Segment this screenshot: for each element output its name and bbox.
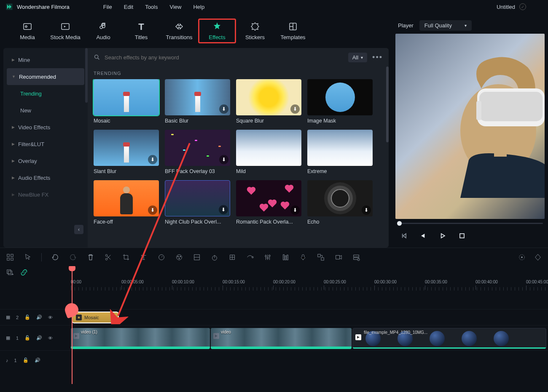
effect-thumbnail[interactable]: ⬇ <box>165 180 230 216</box>
sidebar-item-mine[interactable]: ▶Mine <box>7 51 84 68</box>
flag-icon[interactable] <box>534 253 542 261</box>
sidebar-item-video-effects[interactable]: ▶Video Effects <box>7 119 84 136</box>
filter-dropdown[interactable]: All▾ <box>348 53 367 62</box>
sidebar-item-filter-lut[interactable]: ▶Filter&LUT <box>7 136 84 152</box>
scrub-handle[interactable] <box>397 221 402 226</box>
zoom-settings-icon[interactable] <box>518 253 526 261</box>
grid2-icon[interactable] <box>193 253 201 261</box>
lock-icon[interactable]: 🔓 <box>23 357 29 363</box>
timeline-ruler[interactable]: 00:0000:00:05:0000:00:10:0000:00:15:0000… <box>71 280 548 292</box>
effect-card[interactable]: Mosaic <box>94 79 159 124</box>
effect-card[interactable]: ⬇BFF Pack Overlay 03 <box>165 130 230 174</box>
play-reverse-icon[interactable] <box>419 232 427 240</box>
tab-stock-media[interactable]: Stock Media <box>46 18 84 44</box>
download-icon[interactable]: ⬇ <box>219 104 228 114</box>
download-icon[interactable]: ⬇ <box>148 155 157 164</box>
effect-card[interactable]: ⬇Echo <box>307 180 373 225</box>
effect-card[interactable]: ⬇Square Blur <box>236 79 301 124</box>
sidebar-collapse-button[interactable]: ‹ <box>74 225 83 234</box>
menu-tools[interactable]: Tools <box>145 4 158 10</box>
effect-thumbnail[interactable] <box>94 79 159 115</box>
sidebar-sub-trending[interactable]: Trending <box>7 85 84 102</box>
effect-thumbnail[interactable]: ⬇ <box>94 180 159 216</box>
video-clip-1[interactable]: ▶ video (1) <box>71 328 210 349</box>
sidebar-item-recommended[interactable]: ▼Recommended <box>7 68 84 85</box>
tab-audio[interactable]: Audio <box>84 18 122 44</box>
sidebar-sub-new[interactable]: New <box>7 102 84 119</box>
effect-thumbnail[interactable] <box>307 79 373 115</box>
marker-icon[interactable] <box>317 253 325 261</box>
visibility-icon[interactable]: 👁 <box>48 336 53 341</box>
motion-icon[interactable] <box>246 253 254 261</box>
quality-dropdown[interactable]: Full Quality▾ <box>419 20 472 31</box>
effect-thumbnail[interactable]: ⬇ <box>94 130 159 166</box>
text-icon[interactable]: I <box>140 253 148 261</box>
playhead-handle[interactable] <box>69 266 75 271</box>
tab-templates[interactable]: Templates <box>274 18 312 44</box>
effect-thumbnail[interactable]: ⬇ <box>165 130 230 166</box>
cursor-tool-icon[interactable] <box>24 253 32 261</box>
effect-card[interactable]: ⬇Face-off <box>94 180 159 225</box>
effect-thumbnail[interactable]: ⬇ <box>236 180 301 216</box>
redo-icon[interactable] <box>69 253 77 261</box>
stop-icon[interactable] <box>458 232 466 240</box>
search-input[interactable] <box>105 54 343 61</box>
menu-view[interactable]: View <box>169 4 181 10</box>
download-icon[interactable]: ⬇ <box>290 205 300 215</box>
prev-frame-icon[interactable] <box>400 232 408 240</box>
menu-file[interactable]: File <box>103 4 112 10</box>
effect-thumbnail[interactable] <box>236 130 301 166</box>
render-icon[interactable] <box>334 253 343 261</box>
speed-ramp-icon[interactable] <box>210 253 219 261</box>
video-clip-3[interactable]: ▶ file_example_MP4_1280_10MG... <box>352 328 546 349</box>
grid-scrollbar[interactable] <box>386 67 389 142</box>
menu-edit[interactable]: Edit <box>124 4 133 10</box>
color-icon[interactable] <box>175 253 183 261</box>
video-clip-2[interactable]: ▶ video <box>211 328 352 349</box>
effect-card[interactable]: ⬇Romantic Pack Overla... <box>236 180 301 225</box>
download-icon[interactable]: ⬇ <box>290 104 300 114</box>
sidebar-item-newblue[interactable]: ▶NewBlue FX <box>7 186 84 203</box>
delete-icon[interactable] <box>86 253 95 261</box>
tab-stickers[interactable]: Stickers <box>236 18 274 44</box>
link-icon[interactable] <box>20 269 29 277</box>
lock-icon[interactable]: 🔓 <box>24 315 30 320</box>
crop-icon[interactable] <box>122 253 130 261</box>
sidebar-item-audio-effects[interactable]: ▶Audio Effects <box>7 169 84 186</box>
mute-icon[interactable]: 🔊 <box>36 335 42 341</box>
tab-effects[interactable]: Effects <box>198 19 236 43</box>
more-options-icon[interactable]: ••• <box>372 53 383 62</box>
download-icon[interactable]: ⬇ <box>219 205 228 214</box>
voiceover-icon[interactable] <box>299 253 307 261</box>
add-track-icon[interactable] <box>6 269 14 277</box>
download-icon[interactable]: ⬇ <box>219 155 228 164</box>
player-scrubber[interactable] <box>395 219 545 227</box>
effect-card[interactable]: ⬇Basic Blur <box>165 79 230 124</box>
mixer-icon[interactable] <box>281 253 290 261</box>
undo-icon[interactable] <box>51 253 59 261</box>
effect-thumbnail[interactable]: ⬇ <box>165 79 230 115</box>
download-icon[interactable]: ⬇ <box>148 205 157 215</box>
mute-icon[interactable]: 🔊 <box>36 315 42 320</box>
sidebar-item-overlay[interactable]: ▶Overlay <box>7 152 84 169</box>
effect-card[interactable]: ⬇Night Club Pack Overl... <box>165 180 230 225</box>
tab-titles[interactable]: TTitles <box>122 18 160 44</box>
lock-icon[interactable]: 🔓 <box>24 335 30 341</box>
download-icon[interactable]: ⬇ <box>362 205 371 215</box>
track-icon[interactable] <box>352 253 360 261</box>
effect-card[interactable]: Mild <box>236 130 301 174</box>
effect-card[interactable]: Image Mask <box>307 79 373 124</box>
adjust-icon[interactable] <box>263 253 272 261</box>
fx-clip-mosaic[interactable]: ★ Mosaic <box>72 312 119 323</box>
speed-icon[interactable] <box>157 253 166 261</box>
split-icon[interactable] <box>104 253 113 261</box>
visibility-icon[interactable]: 👁 <box>48 315 53 320</box>
effect-thumbnail[interactable]: ⬇ <box>236 79 301 115</box>
menu-help[interactable]: Help <box>193 4 204 10</box>
effect-thumbnail[interactable]: ⬇ <box>307 180 373 216</box>
effect-card[interactable]: Extreme <box>307 130 373 174</box>
grid-tool-icon[interactable] <box>6 253 14 261</box>
effect-thumbnail[interactable] <box>307 130 373 166</box>
effect-card[interactable]: ⬇Slant Blur <box>94 130 159 174</box>
preview-viewport[interactable] <box>395 34 545 219</box>
